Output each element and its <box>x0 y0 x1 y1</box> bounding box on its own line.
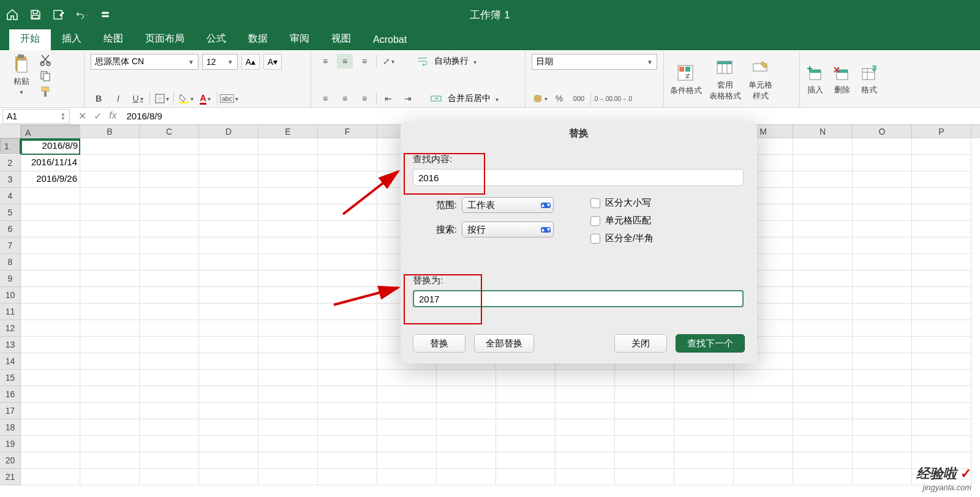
cell[interactable] <box>80 221 140 237</box>
cell[interactable] <box>199 436 258 452</box>
cell[interactable] <box>674 452 734 469</box>
new-icon[interactable] <box>53 9 65 21</box>
currency-icon[interactable] <box>532 91 548 106</box>
cell[interactable] <box>734 403 793 419</box>
cell[interactable] <box>615 469 674 485</box>
cell[interactable] <box>318 204 377 221</box>
replace-input[interactable]: 2017 <box>413 290 744 307</box>
cell[interactable] <box>21 337 80 353</box>
cell[interactable] <box>199 353 258 370</box>
cell[interactable] <box>258 337 318 353</box>
cell[interactable] <box>318 403 377 419</box>
row-header[interactable]: 19 <box>0 436 21 452</box>
cell[interactable] <box>80 337 140 353</box>
cell[interactable] <box>912 171 971 188</box>
cell[interactable] <box>318 237 377 254</box>
cell[interactable] <box>793 469 853 485</box>
cell[interactable] <box>912 221 971 237</box>
cell[interactable] <box>199 188 258 204</box>
cell[interactable] <box>853 386 912 403</box>
cell[interactable] <box>912 320 971 337</box>
cell[interactable] <box>853 403 912 419</box>
cell[interactable] <box>377 469 437 485</box>
cell[interactable] <box>199 287 258 304</box>
align-bottom-icon[interactable]: ≡ <box>356 54 372 69</box>
cell[interactable] <box>199 403 258 419</box>
cell[interactable] <box>615 436 674 452</box>
cell[interactable] <box>496 419 556 436</box>
cell[interactable] <box>80 188 140 204</box>
cell[interactable] <box>258 304 318 320</box>
cell[interactable]: 2016/8/9 <box>21 138 80 155</box>
cell[interactable] <box>556 452 615 469</box>
column-header[interactable]: P <box>912 125 971 138</box>
cell[interactable] <box>318 221 377 237</box>
row-header[interactable]: 14 <box>0 353 21 370</box>
cell[interactable] <box>793 171 853 188</box>
cell[interactable] <box>258 403 318 419</box>
cell[interactable] <box>853 304 912 320</box>
cell[interactable] <box>21 304 80 320</box>
cell[interactable] <box>140 337 199 353</box>
cell[interactable] <box>853 221 912 237</box>
column-header[interactable]: D <box>199 125 258 138</box>
column-header[interactable]: C <box>140 125 199 138</box>
cell[interactable] <box>556 403 615 419</box>
column-header[interactable]: O <box>853 125 912 138</box>
qat-customize-icon[interactable]: 〓 <box>99 9 111 21</box>
cell[interactable] <box>734 469 793 485</box>
increase-font-icon[interactable]: A▴ <box>241 54 260 70</box>
tab-home[interactable]: 开始 <box>9 28 51 50</box>
cell[interactable] <box>437 436 496 452</box>
cell[interactable] <box>80 171 140 188</box>
cell[interactable] <box>21 287 80 304</box>
cell[interactable] <box>496 386 556 403</box>
wrap-text-icon[interactable] <box>415 54 431 69</box>
cell[interactable] <box>80 204 140 221</box>
cell[interactable] <box>258 287 318 304</box>
cell[interactable] <box>377 436 437 452</box>
scope-select[interactable]: 工作表▲▼ <box>462 197 554 213</box>
percent-icon[interactable]: % <box>551 91 567 106</box>
tab-review[interactable]: 审阅 <box>279 28 320 50</box>
row-header[interactable]: 2 <box>0 155 21 171</box>
font-name-select[interactable]: 思源黑体 CN▼ <box>91 54 198 70</box>
cell[interactable] <box>199 204 258 221</box>
cell[interactable] <box>793 320 853 337</box>
cell[interactable]: 2016/9/26 <box>21 171 80 188</box>
cell[interactable] <box>556 419 615 436</box>
cell[interactable] <box>853 320 912 337</box>
row-header[interactable]: 16 <box>0 386 21 403</box>
cell[interactable] <box>21 452 80 469</box>
tab-page-layout[interactable]: 页面布局 <box>134 28 195 50</box>
tab-data[interactable]: 数据 <box>237 28 279 50</box>
row-header[interactable]: 4 <box>0 188 21 204</box>
cell[interactable] <box>258 353 318 370</box>
cell[interactable] <box>377 419 437 436</box>
border-button[interactable] <box>154 91 170 106</box>
cell[interactable] <box>318 419 377 436</box>
underline-button[interactable]: U <box>130 91 146 106</box>
insert-cells-button[interactable]: 插入 <box>806 65 824 95</box>
cell[interactable] <box>318 304 377 320</box>
cell[interactable] <box>258 254 318 271</box>
cell[interactable] <box>912 304 971 320</box>
cell[interactable] <box>199 419 258 436</box>
cell[interactable] <box>318 320 377 337</box>
cell[interactable] <box>21 370 80 386</box>
delete-cells-button[interactable]: 删除 <box>833 65 851 95</box>
cell[interactable] <box>793 436 853 452</box>
cell[interactable] <box>734 419 793 436</box>
fx-icon[interactable]: fx <box>109 110 116 122</box>
cell[interactable] <box>318 155 377 171</box>
cut-icon[interactable] <box>39 54 53 66</box>
cell[interactable] <box>199 452 258 469</box>
bold-button[interactable]: B <box>91 91 107 106</box>
column-header[interactable]: N <box>793 125 853 138</box>
home-icon[interactable] <box>6 9 18 21</box>
cell[interactable] <box>140 254 199 271</box>
font-size-select[interactable]: 12▼ <box>202 54 238 70</box>
cell[interactable] <box>258 452 318 469</box>
cell[interactable] <box>140 155 199 171</box>
cell[interactable] <box>199 320 258 337</box>
